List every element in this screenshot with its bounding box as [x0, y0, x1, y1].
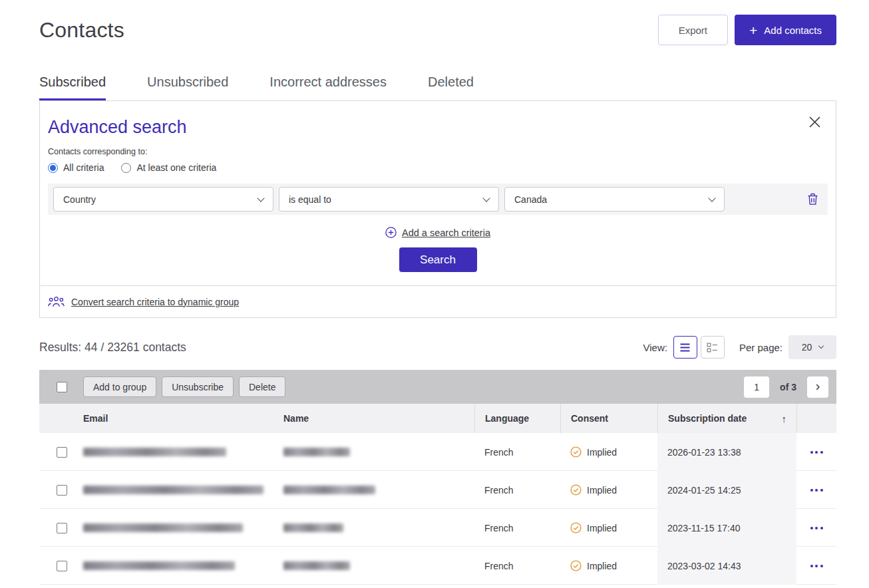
- email-redacted: [83, 486, 263, 494]
- advanced-search-title: Advanced search: [48, 117, 828, 138]
- row-checkbox-cell: [39, 509, 73, 547]
- plus-icon: +: [749, 23, 757, 37]
- name-redacted: [283, 486, 375, 494]
- name-cell: [273, 471, 474, 509]
- sort-ascending-icon: ↑: [782, 413, 787, 424]
- next-page-button[interactable]: ›: [807, 376, 828, 398]
- email-cell: [73, 433, 273, 471]
- tab-unsubscribed[interactable]: Unsubscribed: [147, 74, 228, 100]
- page-header: Contacts Export + Add contacts: [39, 0, 836, 45]
- column-header-subscription-date[interactable]: Subscription date ↑: [657, 404, 796, 433]
- remove-criteria-button[interactable]: [807, 193, 818, 206]
- trash-icon: [807, 193, 818, 206]
- unsubscribe-button[interactable]: Unsubscribe: [162, 376, 234, 397]
- ellipsis-icon: [810, 489, 813, 492]
- row-checkbox-cell: [39, 471, 73, 509]
- subscription-date-cell: 2024-01-25 14:25: [657, 471, 796, 509]
- consent-implied-icon: [570, 522, 582, 533]
- contacts-page: Contacts Export + Add contacts Subscribe…: [0, 0, 869, 585]
- column-header-email: Email: [73, 404, 273, 433]
- group-icon: [48, 296, 65, 307]
- email-cell: [73, 471, 273, 509]
- row-checkbox[interactable]: [57, 447, 67, 458]
- column-header-consent: Consent: [560, 404, 657, 433]
- tab-subscribed[interactable]: Subscribed: [39, 74, 106, 100]
- tab-incorrect-addresses[interactable]: Incorrect addresses: [269, 74, 387, 100]
- criteria-operator-select[interactable]: is equal to: [279, 187, 499, 212]
- view-controls: View: Per page: 20: [643, 335, 836, 359]
- export-button[interactable]: Export: [658, 15, 728, 45]
- consent-label: Implied: [587, 523, 617, 533]
- name-redacted: [283, 561, 350, 570]
- name-redacted: [283, 448, 350, 456]
- radio-at-least-one-criteria[interactable]: At least one criteria: [121, 162, 216, 173]
- language-cell: French: [474, 433, 560, 471]
- card-view-button[interactable]: [701, 336, 725, 359]
- language-cell: French: [474, 547, 560, 585]
- add-to-group-button[interactable]: Add to group: [83, 376, 156, 397]
- convert-to-dynamic-group-link[interactable]: Convert search criteria to dynamic group: [48, 296, 239, 307]
- add-search-criteria-label: Add a search criteria: [402, 227, 490, 238]
- consent-implied-icon: [570, 446, 582, 458]
- consent-cell: Implied: [560, 471, 657, 509]
- language-cell: French: [474, 509, 560, 547]
- criteria-field-value: Country: [63, 194, 96, 205]
- consent-implied-icon: [570, 484, 582, 496]
- row-checkbox[interactable]: [57, 561, 67, 571]
- per-page-select[interactable]: 20: [788, 335, 836, 359]
- row-checkbox-cell: [39, 547, 73, 585]
- email-cell: [73, 547, 273, 585]
- criteria-row: Country is equal to Canada: [48, 184, 828, 215]
- criteria-operator-value: is equal to: [289, 194, 331, 205]
- row-actions-cell: [796, 509, 836, 547]
- plus-circle-icon: [385, 227, 397, 238]
- row-checkbox-cell: [39, 433, 73, 471]
- consent-implied-icon: [570, 560, 582, 571]
- radio-selected-icon: [48, 163, 58, 173]
- subscription-date-header-label: Subscription date: [668, 413, 747, 424]
- consent-label: Implied: [587, 447, 617, 458]
- row-actions-button[interactable]: [808, 523, 826, 533]
- close-advanced-search-button[interactable]: [807, 114, 822, 130]
- view-label: View:: [643, 342, 667, 353]
- email-redacted: [83, 523, 243, 532]
- corresponding-label: Contacts corresponding to:: [48, 147, 828, 156]
- row-checkbox[interactable]: [57, 523, 67, 533]
- ellipsis-icon: [810, 565, 813, 567]
- header-actions: Export + Add contacts: [658, 15, 836, 45]
- list-view-button[interactable]: [673, 336, 697, 359]
- row-actions-button[interactable]: [808, 561, 826, 571]
- add-contacts-button[interactable]: + Add contacts: [735, 15, 836, 45]
- row-checkbox[interactable]: [57, 485, 67, 496]
- name-redacted: [283, 523, 343, 532]
- subscription-date-cell: 2023-03-02 14:43: [657, 547, 796, 585]
- page-title: Contacts: [39, 18, 124, 43]
- page-number-input[interactable]: [744, 376, 769, 398]
- consent-cell: Implied: [560, 433, 657, 471]
- delete-button[interactable]: Delete: [239, 376, 285, 397]
- criteria-value-value: Canada: [514, 194, 547, 205]
- table-row: French Implied 2023-03-02 14:43: [39, 547, 836, 585]
- subscription-date-cell: 2026-01-23 13:38: [657, 433, 796, 471]
- chevron-down-icon: [257, 194, 264, 202]
- column-header-language: Language: [474, 404, 560, 433]
- radio-all-criteria[interactable]: All criteria: [48, 162, 104, 173]
- tab-deleted[interactable]: Deleted: [428, 74, 474, 100]
- ellipsis-icon: [810, 451, 813, 454]
- search-button[interactable]: Search: [399, 247, 477, 272]
- criteria-field-select[interactable]: Country: [53, 187, 273, 212]
- contacts-table: Add to group Unsubscribe Delete of 3 › E…: [39, 370, 836, 585]
- criteria-value-select[interactable]: Canada: [504, 187, 725, 212]
- table-header: Email Name Language Consent Subscription…: [39, 404, 836, 433]
- table-row: French Implied 2023-11-15 17:40: [39, 509, 836, 547]
- per-page-value: 20: [802, 342, 812, 353]
- add-search-criteria-link[interactable]: Add a search criteria: [385, 227, 490, 238]
- row-actions-button[interactable]: [808, 447, 826, 458]
- row-actions-button[interactable]: [808, 485, 826, 496]
- table-row: French Implied 2026-01-23 13:38: [39, 433, 836, 471]
- column-header-actions: [796, 404, 836, 433]
- results-summary: Results: 44 / 23261 contacts: [39, 341, 186, 355]
- row-actions-cell: [796, 471, 836, 509]
- email-redacted: [83, 448, 226, 456]
- select-all-checkbox[interactable]: [57, 382, 67, 392]
